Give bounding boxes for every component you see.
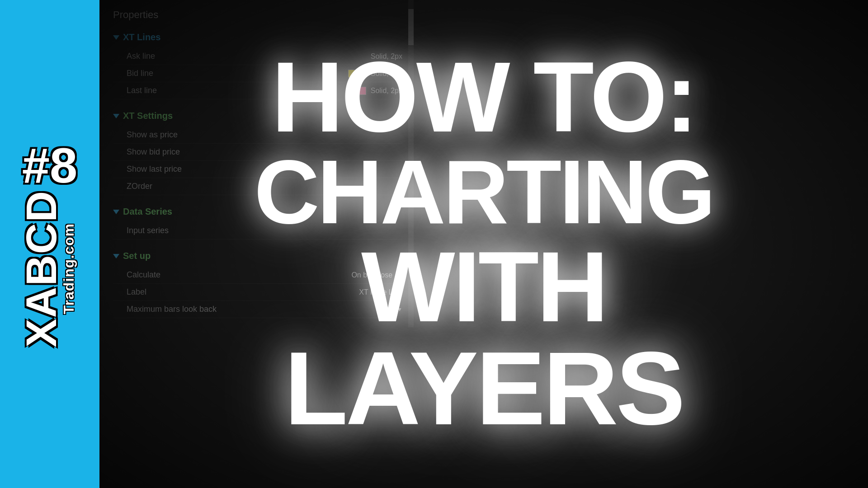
main-content: Properties XT Lines Ask line Solid, 2px … (99, 0, 868, 488)
overlay-line2: CHARTING (167, 147, 800, 237)
brand-xabcd: XABCD (22, 190, 61, 347)
overlay-text: HOW TO: CHARTING WITH LAYERS (167, 47, 800, 441)
overlay-line4: LAYERS (167, 337, 800, 441)
episode-number: #8 (22, 141, 77, 190)
overlay-line3: WITH (167, 237, 800, 337)
sidebar: #8 XABCD Trading.com (0, 0, 99, 488)
brand-trading: Trading.com (61, 223, 77, 314)
overlay-line1: HOW TO: (167, 47, 800, 147)
